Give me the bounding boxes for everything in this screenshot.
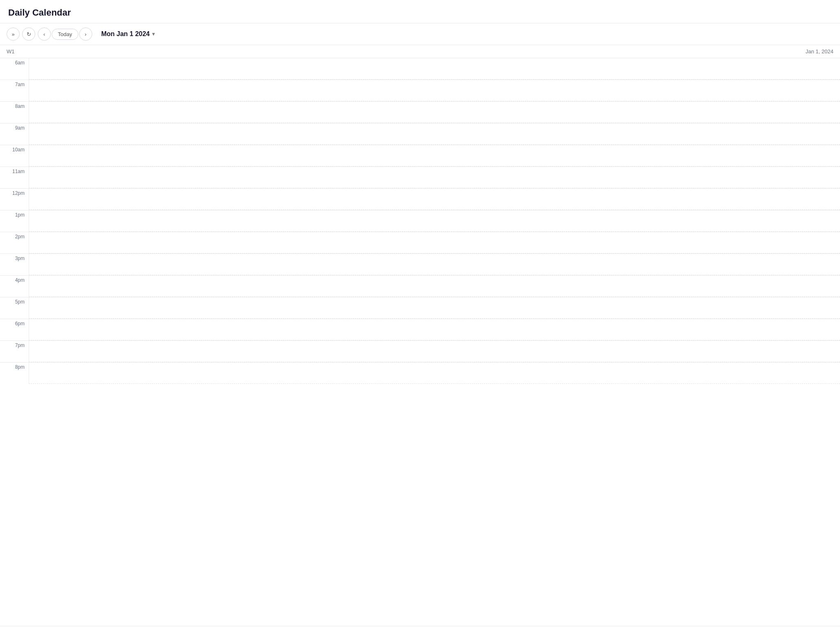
time-content-area[interactable] bbox=[29, 80, 840, 101]
time-content-area[interactable] bbox=[29, 189, 840, 210]
chevron-down-icon: ▾ bbox=[152, 31, 155, 37]
time-row[interactable]: 5pm bbox=[0, 297, 840, 319]
time-row[interactable]: 6am bbox=[0, 58, 840, 80]
time-content-area[interactable] bbox=[29, 123, 840, 145]
time-label: 3pm bbox=[0, 254, 29, 261]
today-label: Today bbox=[58, 31, 72, 37]
date-picker-button[interactable]: Mon Jan 1 2024 ▾ bbox=[98, 29, 158, 39]
collapse-button[interactable]: » bbox=[7, 27, 20, 41]
time-row[interactable]: 6pm bbox=[0, 319, 840, 341]
next-button[interactable]: › bbox=[79, 27, 92, 41]
time-label: 1pm bbox=[0, 210, 29, 218]
footer: Powered by teamup bbox=[0, 626, 840, 630]
date-header-label: Jan 1, 2024 bbox=[806, 48, 833, 55]
time-label: 6pm bbox=[0, 319, 29, 326]
time-content-area[interactable] bbox=[29, 102, 840, 123]
time-content-area[interactable] bbox=[29, 210, 840, 232]
current-date-label: Mon Jan 1 2024 bbox=[101, 30, 150, 38]
time-label: 7am bbox=[0, 80, 29, 87]
time-row[interactable]: 3pm bbox=[0, 254, 840, 276]
time-label: 9am bbox=[0, 123, 29, 131]
time-row[interactable]: 10am bbox=[0, 145, 840, 167]
calendar-container: W1 Jan 1, 2024 6am7am8am9am10am11am12pm1… bbox=[0, 45, 840, 626]
time-row[interactable]: 2pm bbox=[0, 232, 840, 254]
time-row[interactable]: 4pm bbox=[0, 276, 840, 297]
time-row[interactable]: 11am bbox=[0, 167, 840, 189]
prev-icon: ‹ bbox=[43, 31, 45, 37]
time-row[interactable]: 12pm bbox=[0, 189, 840, 210]
time-label: 2pm bbox=[0, 232, 29, 240]
refresh-icon: ↻ bbox=[27, 31, 31, 37]
calendar-header-row: W1 Jan 1, 2024 bbox=[0, 45, 840, 58]
refresh-button[interactable]: ↻ bbox=[22, 27, 35, 41]
time-content-area[interactable] bbox=[29, 232, 840, 253]
time-row[interactable]: 7pm bbox=[0, 341, 840, 363]
time-content-area[interactable] bbox=[29, 167, 840, 188]
time-label: 6am bbox=[0, 58, 29, 66]
time-row[interactable]: 7am bbox=[0, 80, 840, 102]
time-label: 4pm bbox=[0, 276, 29, 283]
collapse-icon: » bbox=[11, 31, 14, 37]
time-content-area[interactable] bbox=[29, 297, 840, 319]
time-row[interactable]: 9am bbox=[0, 123, 840, 145]
time-content-area[interactable] bbox=[29, 145, 840, 167]
time-content-area[interactable] bbox=[29, 341, 840, 362]
time-content-area[interactable] bbox=[29, 319, 840, 340]
time-label: 7pm bbox=[0, 341, 29, 348]
time-label: 8am bbox=[0, 102, 29, 109]
time-label: 5pm bbox=[0, 297, 29, 305]
time-label: 12pm bbox=[0, 189, 29, 196]
time-content-area[interactable] bbox=[29, 58, 840, 80]
time-row[interactable]: 8pm bbox=[0, 363, 840, 384]
prev-button[interactable]: ‹ bbox=[38, 27, 51, 41]
time-content-area[interactable] bbox=[29, 363, 840, 384]
time-label: 8pm bbox=[0, 363, 29, 370]
time-row[interactable]: 8am bbox=[0, 102, 840, 123]
nav-group: ‹ Today › bbox=[38, 27, 92, 41]
time-row[interactable]: 1pm bbox=[0, 210, 840, 232]
time-content-area[interactable] bbox=[29, 254, 840, 275]
time-label: 10am bbox=[0, 145, 29, 153]
time-label: 11am bbox=[0, 167, 29, 174]
toolbar: » ↻ ‹ Today › Mon Jan 1 2024 ▾ bbox=[0, 23, 840, 45]
week-label: W1 bbox=[7, 48, 15, 55]
time-content-area[interactable] bbox=[29, 276, 840, 297]
time-grid: 6am7am8am9am10am11am12pm1pm2pm3pm4pm5pm6… bbox=[0, 58, 840, 626]
page-title: Daily Calendar bbox=[8, 7, 832, 18]
today-button[interactable]: Today bbox=[52, 29, 78, 40]
page-header: Daily Calendar bbox=[0, 0, 840, 23]
next-icon: › bbox=[85, 31, 87, 37]
